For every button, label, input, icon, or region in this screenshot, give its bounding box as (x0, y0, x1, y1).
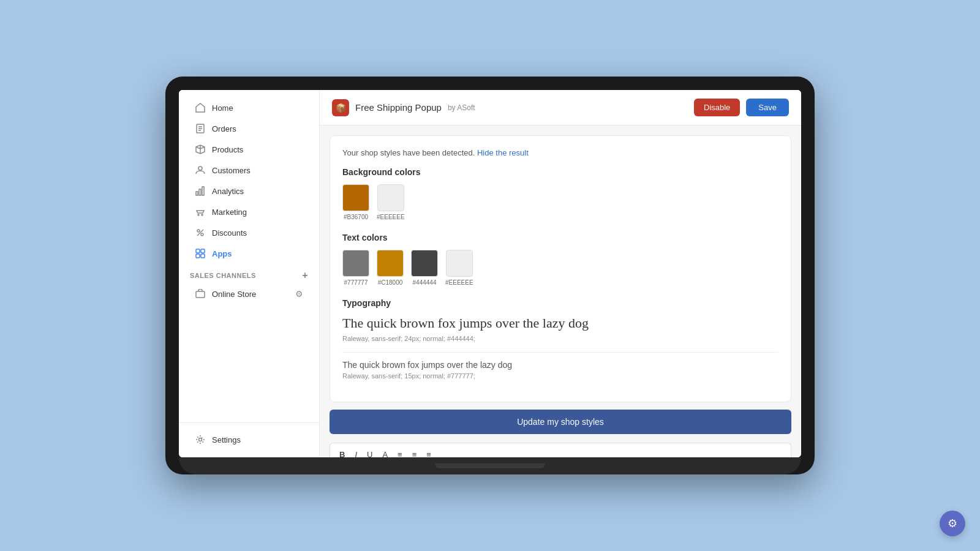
sidebar-item-online-store[interactable]: Online Store ⚙ (184, 284, 314, 304)
bold-button[interactable]: B (336, 448, 348, 457)
sidebar-analytics-label: Analytics (212, 187, 244, 196)
sidebar-home-label: Home (212, 103, 233, 113)
text-swatch-2[interactable]: #C18000 (377, 250, 404, 286)
bg-swatch-1-hex: #B36700 (344, 214, 368, 220)
main-content: 📦 Free Shipping Popup by ASoft Disable S… (320, 90, 801, 457)
orders-icon (195, 123, 206, 134)
svg-point-14 (199, 438, 202, 441)
sidebar-orders-label: Orders (212, 124, 236, 133)
text-colors-title: Text colors (342, 233, 778, 242)
svg-rect-12 (201, 254, 205, 258)
sidebar-item-marketing[interactable]: Marketing (184, 202, 314, 222)
app-by: by ASoft (448, 103, 475, 112)
bg-swatch-2-color (377, 184, 404, 211)
help-fab-button[interactable]: ⚙ (940, 511, 965, 536)
discounts-icon (195, 227, 206, 238)
settings-label: Settings (212, 435, 241, 444)
typography-large-preview: The quick brown fox jumps over the lazy … (342, 315, 778, 331)
sidebar-customers-label: Customers (212, 166, 251, 175)
text-swatch-4[interactable]: #EEEEEE (445, 250, 473, 286)
sidebar-item-apps[interactable]: Apps (184, 244, 314, 263)
bg-colors-title: Background colors (342, 167, 778, 177)
content-area: Your shop styles have been detected. Hid… (320, 126, 801, 457)
svg-point-8 (201, 233, 203, 236)
underline-button[interactable]: U (364, 448, 375, 457)
update-shop-styles-button[interactable]: Update my shop styles (330, 410, 791, 434)
editor-toolbar: B I U A ≡ ≡ ≡ (330, 443, 791, 457)
sidebar-item-home[interactable]: Home (184, 98, 314, 118)
sidebar: Home Orders Products Customers (179, 90, 320, 457)
sidebar-item-analytics[interactable]: Analytics (184, 181, 314, 201)
text-swatch-1-hex: #777777 (344, 279, 368, 286)
text-swatch-2-hex: #C18000 (378, 279, 403, 286)
italic-button[interactable]: I (352, 448, 360, 457)
sidebar-item-products[interactable]: Products (184, 140, 314, 159)
bg-swatch-1[interactable]: #B36700 (342, 184, 369, 220)
app-icon: 📦 (332, 99, 349, 116)
svg-rect-11 (196, 254, 200, 258)
svg-rect-13 (196, 291, 205, 298)
svg-point-7 (197, 230, 200, 232)
main-card: Your shop styles have been detected. Hid… (330, 135, 791, 402)
app-header: 📦 Free Shipping Popup by ASoft Disable S… (320, 90, 801, 126)
sidebar-discounts-label: Discounts (212, 228, 247, 238)
add-channel-icon[interactable]: + (302, 270, 308, 281)
text-swatch-2-color (377, 250, 404, 277)
svg-rect-3 (199, 189, 201, 195)
typography-small-preview: The quick brown fox jumps over the lazy … (342, 360, 778, 370)
channels-label: SALES CHANNELS (190, 272, 256, 279)
save-button[interactable]: Save (746, 99, 789, 116)
products-icon (195, 144, 206, 155)
bg-swatch-2[interactable]: #EEEEEE (377, 184, 405, 220)
text-color-swatches: #777777 #C18000 #444444 #EEEEEE (342, 250, 778, 286)
disable-button[interactable]: Disable (694, 99, 740, 116)
text-swatch-1[interactable]: #777777 (342, 250, 369, 286)
svg-rect-4 (202, 187, 204, 195)
analytics-icon (195, 186, 206, 197)
svg-rect-9 (196, 249, 200, 253)
sidebar-item-discounts[interactable]: Discounts (184, 223, 314, 242)
online-store-icon (195, 288, 206, 299)
text-swatch-3-hex: #444444 (413, 279, 437, 286)
marketing-icon (195, 206, 206, 217)
typography-large-meta: Raleway, sans-serif; 24px; normal; #4444… (342, 335, 778, 342)
typography-title: Typography (342, 298, 778, 308)
typography-small-meta: Raleway, sans-serif; 15px; normal; #7777… (342, 372, 778, 380)
settings-icon (195, 434, 206, 445)
text-swatch-4-color (446, 250, 473, 277)
online-store-settings-icon[interactable]: ⚙ (295, 289, 303, 299)
app-title: Free Shipping Popup (355, 102, 442, 113)
sidebar-apps-label: Apps (212, 249, 232, 258)
sidebar-marketing-label: Marketing (212, 208, 247, 217)
sidebar-item-orders[interactable]: Orders (184, 119, 314, 138)
sidebar-products-label: Products (212, 145, 243, 154)
text-swatch-1-color (342, 250, 369, 277)
text-swatch-3-color (411, 250, 438, 277)
text-swatch-3[interactable]: #444444 (411, 250, 438, 286)
svg-point-6 (202, 214, 203, 216)
svg-rect-2 (196, 192, 198, 195)
bg-color-swatches: #B36700 #EEEEEE (342, 184, 778, 220)
bg-swatch-1-color (342, 184, 369, 211)
svg-point-5 (198, 214, 199, 216)
align-right-button[interactable]: ≡ (423, 448, 434, 457)
sidebar-item-customers[interactable]: Customers (184, 160, 314, 180)
align-left-button[interactable]: ≡ (394, 448, 405, 457)
align-center-button[interactable]: ≡ (409, 448, 420, 457)
sidebar-item-settings[interactable]: Settings (184, 430, 314, 449)
hide-result-link[interactable]: Hide the result (477, 148, 529, 157)
text-color-button[interactable]: A (379, 448, 391, 457)
svg-point-1 (198, 167, 202, 170)
bg-swatch-2-hex: #EEEEEE (377, 214, 405, 220)
home-icon (195, 102, 206, 113)
customers-icon (195, 165, 206, 176)
sales-channels-section: SALES CHANNELS + (179, 264, 319, 283)
svg-rect-10 (201, 249, 205, 253)
text-swatch-4-hex: #EEEEEE (445, 279, 473, 286)
online-store-label: Online Store (212, 290, 256, 299)
apps-icon (195, 248, 206, 259)
shop-styles-notice: Your shop styles have been detected. Hid… (342, 148, 778, 157)
